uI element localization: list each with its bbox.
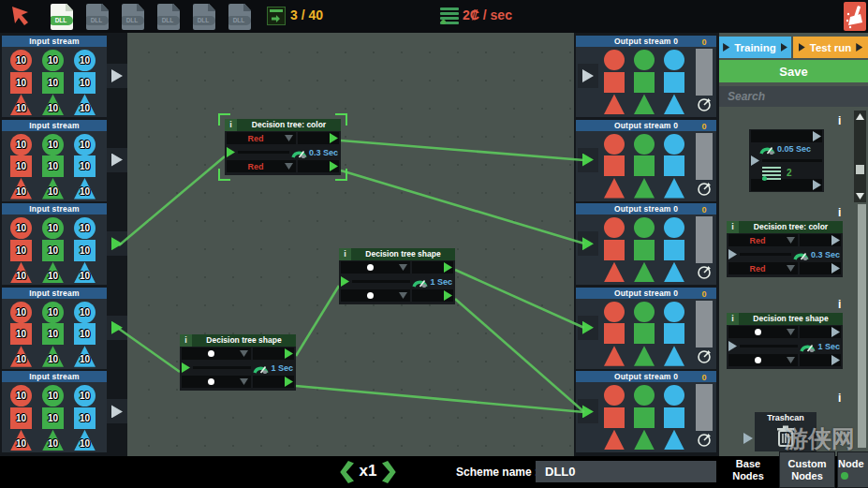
output-port-icon[interactable] bbox=[813, 131, 821, 141]
input-port-icon[interactable] bbox=[227, 147, 235, 157]
palette-info-button[interactable]: i bbox=[838, 298, 841, 311]
select-tool-icon[interactable] bbox=[9, 4, 34, 28]
node-trashcan[interactable]: Trashcan bbox=[755, 412, 817, 451]
node-row bbox=[339, 288, 455, 303]
node-shape[interactable]: iDecision tree shape1 Sec bbox=[339, 248, 455, 304]
output-port-icon[interactable] bbox=[330, 133, 338, 143]
output-play-button[interactable] bbox=[578, 64, 598, 88]
triangle-shape: 10 bbox=[10, 429, 32, 451]
node-info-button[interactable]: i bbox=[180, 334, 192, 347]
node-title: Decision tree: color bbox=[237, 119, 341, 131]
tab-custom[interactable]: CustomNodes bbox=[779, 451, 835, 488]
option-dropdown[interactable] bbox=[728, 326, 798, 338]
clear-scheme-button[interactable] bbox=[844, 2, 866, 31]
option-dropdown[interactable] bbox=[728, 354, 798, 366]
dll-file-slot[interactable]: DLL bbox=[157, 4, 180, 30]
dll-file-slot[interactable]: DLL bbox=[228, 4, 251, 30]
scheme-name-input[interactable] bbox=[536, 461, 716, 482]
input-play-button[interactable] bbox=[107, 231, 127, 256]
output-play-button[interactable] bbox=[578, 316, 598, 340]
scheme-name-label: Scheme name : bbox=[456, 466, 538, 479]
input-play-button[interactable] bbox=[107, 316, 127, 340]
circle-shape: 10 bbox=[10, 217, 32, 239]
palette-info-button[interactable]: i bbox=[838, 392, 841, 405]
node-info-button[interactable]: i bbox=[225, 119, 237, 131]
input-play-button[interactable] bbox=[107, 148, 127, 172]
input-port-icon[interactable] bbox=[728, 341, 737, 351]
restart-gauge-icon[interactable] bbox=[697, 182, 712, 197]
output-port-icon[interactable] bbox=[444, 290, 452, 301]
queue-count: 0 bbox=[696, 37, 713, 47]
trashcan-input-icon[interactable] bbox=[743, 433, 753, 444]
restart-gauge-icon[interactable] bbox=[697, 97, 712, 112]
node-color[interactable]: iDecision tree: colorRed0.3 SecRed bbox=[727, 221, 843, 277]
output-port-icon[interactable] bbox=[285, 348, 293, 359]
output-play-button[interactable] bbox=[578, 231, 598, 256]
test-run-button[interactable]: Test run bbox=[793, 37, 868, 58]
node-info-button[interactable]: i bbox=[727, 313, 739, 325]
output-port-icon[interactable] bbox=[285, 377, 293, 387]
chevron-down-icon bbox=[285, 163, 293, 170]
dll-file-slot[interactable]: DLL bbox=[86, 4, 109, 30]
node-shape[interactable]: iDecision tree shape1 Sec bbox=[727, 313, 843, 369]
option-dropdown[interactable] bbox=[182, 376, 251, 388]
input-play-button[interactable] bbox=[107, 64, 127, 88]
palette-scrollbar[interactable] bbox=[854, 111, 866, 202]
speed-increase-button[interactable] bbox=[382, 461, 397, 483]
input-port-icon[interactable] bbox=[728, 249, 737, 259]
option-dropdown[interactable]: Red bbox=[227, 160, 296, 172]
output-port-icon[interactable] bbox=[831, 355, 840, 365]
output-play-button[interactable] bbox=[578, 399, 598, 423]
node-processor[interactable]: 0.05 Sec2 bbox=[749, 129, 824, 192]
training-button[interactable]: Training bbox=[719, 37, 791, 58]
speed-decrease-button[interactable] bbox=[339, 461, 354, 483]
restart-gauge-icon[interactable] bbox=[697, 265, 712, 280]
option-dropdown[interactable] bbox=[182, 348, 251, 360]
node-title: Decision tree shape bbox=[192, 334, 296, 347]
timer-gauge-icon bbox=[253, 362, 269, 374]
option-dropdown[interactable]: Red bbox=[227, 132, 296, 144]
dll-file-slot[interactable]: DLL bbox=[122, 4, 144, 30]
scheme-canvas[interactable] bbox=[127, 33, 574, 456]
save-button[interactable]: Save bbox=[719, 60, 868, 82]
output-play-button[interactable] bbox=[578, 148, 598, 172]
sidebar-scrollbar-thumb[interactable] bbox=[858, 204, 866, 448]
output-port-icon[interactable] bbox=[444, 262, 452, 273]
input-stream-panel: Input stream101010101010101010 bbox=[2, 371, 107, 452]
shape-count: 10 bbox=[48, 245, 58, 256]
shape-count: 10 bbox=[16, 223, 26, 233]
node-color[interactable]: iDecision tree: colorRed0.3 SecRed bbox=[225, 119, 341, 175]
dll-file-slot[interactable]: DLL bbox=[51, 4, 73, 30]
restart-gauge-icon[interactable] bbox=[697, 349, 712, 364]
divider bbox=[740, 253, 791, 256]
option-dropdown[interactable] bbox=[341, 289, 410, 302]
option-dropdown[interactable]: Red bbox=[728, 262, 798, 274]
output-port-icon[interactable] bbox=[831, 235, 840, 245]
palette-info-button[interactable]: i bbox=[838, 206, 841, 219]
dropdown-value: Red bbox=[728, 264, 787, 274]
input-port-icon[interactable] bbox=[341, 276, 349, 287]
output-port-icon[interactable] bbox=[831, 327, 840, 337]
triangle-shape: 10 bbox=[42, 178, 64, 200]
restart-gauge-icon[interactable] bbox=[697, 433, 712, 448]
palette-info-button[interactable]: i bbox=[838, 114, 841, 127]
output-port-icon[interactable] bbox=[330, 161, 338, 171]
dll-file-slot[interactable]: DLL bbox=[193, 4, 215, 30]
output-port-icon[interactable] bbox=[813, 180, 821, 190]
node-shape[interactable]: iDecision tree shape1 Sec bbox=[180, 334, 296, 391]
search-input[interactable] bbox=[719, 86, 868, 107]
input-port-icon[interactable] bbox=[751, 155, 759, 166]
tab-node[interactable]: Node bbox=[837, 451, 868, 488]
node-row bbox=[749, 179, 824, 191]
scroll-up-icon[interactable] bbox=[856, 113, 864, 120]
output-port-icon[interactable] bbox=[831, 263, 840, 274]
input-play-button[interactable] bbox=[107, 399, 127, 423]
input-port-icon[interactable] bbox=[182, 362, 190, 373]
option-dropdown[interactable] bbox=[341, 261, 410, 274]
scroll-down-icon[interactable] bbox=[856, 193, 864, 200]
tab-base[interactable]: BaseNodes bbox=[719, 451, 777, 488]
node-info-button[interactable]: i bbox=[727, 221, 739, 233]
node-info-button[interactable]: i bbox=[339, 248, 351, 260]
scrollbar-thumb[interactable] bbox=[856, 165, 864, 174]
option-dropdown[interactable]: Red bbox=[728, 234, 798, 246]
